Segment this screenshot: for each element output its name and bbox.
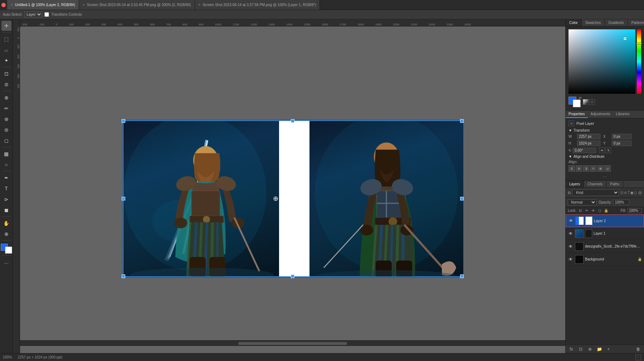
layer-visibility-background[interactable]: 👁 <box>568 257 574 262</box>
path-select-button[interactable]: ⊳ <box>1 194 11 204</box>
flip-horizontal-icon[interactable]: ⇆ <box>599 147 605 153</box>
layer-visibility-layer1[interactable]: 👁 <box>568 231 574 236</box>
handle-bottom-center[interactable] <box>291 274 294 278</box>
lasso-tool-button[interactable]: ⌓ <box>1 45 11 55</box>
layer-item-background[interactable]: 👁 Background 🔒 <box>566 253 644 266</box>
auto-select-dropdown[interactable]: Layer <box>24 11 42 18</box>
horizontal-scrollbar[interactable] <box>20 340 565 346</box>
color-spectrum[interactable] <box>569 29 635 94</box>
handle-middle-right[interactable] <box>460 197 464 200</box>
marquee-tool-button[interactable]: ⬚ <box>1 34 11 44</box>
gradient-button[interactable]: ▦ <box>1 149 11 159</box>
type-button[interactable]: T <box>1 184 11 194</box>
tab-swatches[interactable]: Swatches <box>582 19 605 26</box>
tab-libraries[interactable]: Libraries <box>613 111 633 118</box>
align-right-icon[interactable]: ⊐ <box>583 165 589 172</box>
tab-adjustments[interactable]: Adjustments <box>588 111 613 118</box>
fg-bg-swatches[interactable]: ⇄ <box>569 97 581 107</box>
layer-visibility-deez[interactable]: 👁 <box>568 244 574 249</box>
eraser-button[interactable]: ◻ <box>1 136 11 146</box>
tab-close-ss2[interactable]: × <box>199 3 201 7</box>
opacity-input[interactable] <box>613 200 629 205</box>
eyedropper-button[interactable]: ⊘ <box>1 79 11 89</box>
handle-top-center[interactable] <box>291 119 294 123</box>
crosshair-icon[interactable]: ⊕ <box>273 195 278 203</box>
y-input[interactable] <box>612 141 631 146</box>
brush-button[interactable]: ✏ <box>1 103 11 113</box>
align-bottom-icon[interactable]: ⊔ <box>604 165 611 172</box>
canvas-area[interactable]: -200 -100 0 100 200 300 400 500 600 700 … <box>13 19 565 353</box>
align-top-icon[interactable]: ⊓ <box>590 165 596 172</box>
lock-pixels-icon[interactable]: ✏ <box>584 208 589 213</box>
magic-wand-button[interactable]: ✦ <box>1 55 11 65</box>
tab-color[interactable]: Color <box>566 19 582 26</box>
layer-visibility-layer2[interactable]: 👁 <box>568 218 574 223</box>
handle-top-left[interactable] <box>122 119 125 123</box>
transform-controls-checkbox[interactable] <box>44 12 49 17</box>
tab-patterns[interactable]: Patterns <box>628 19 644 26</box>
filter-type-icon[interactable]: T <box>628 191 630 195</box>
pen-button[interactable]: ✒ <box>1 173 11 183</box>
swap-colors-icon[interactable]: ⇄ <box>579 96 581 100</box>
x-input[interactable] <box>612 134 631 139</box>
window-close[interactable] <box>1 3 6 7</box>
tab-channels[interactable]: Channels <box>584 181 606 187</box>
scrollbar-thumb[interactable] <box>238 342 347 345</box>
filter-shape-icon[interactable]: ◼ <box>630 191 633 195</box>
layer-item-layer2[interactable]: 👁 Layer 2 <box>566 214 644 227</box>
canvas-selection[interactable]: ⊕ <box>123 120 463 277</box>
dodge-button[interactable]: ○ <box>1 160 11 170</box>
filter-pixel-icon[interactable]: ⊡ <box>620 191 623 195</box>
extras-button[interactable]: … <box>1 257 11 267</box>
clone-button[interactable]: ⊛ <box>1 114 11 124</box>
lock-artboard-icon[interactable]: ◻ <box>597 208 602 213</box>
fill-input[interactable] <box>628 208 642 213</box>
tab-close-untitled[interactable]: × <box>11 3 13 7</box>
healing-button[interactable]: ⊕ <box>1 93 11 103</box>
tab-screenshot2[interactable]: × Screen Shot 2023-06-14 at 3.57.58 PM.p… <box>195 0 320 10</box>
align-center-v-icon[interactable]: ⊞ <box>597 165 604 172</box>
zoom-button[interactable]: ⊕ <box>1 229 11 239</box>
filter-adjust-icon[interactable]: ⊘ <box>624 191 627 195</box>
angle-input[interactable] <box>573 148 596 153</box>
height-input[interactable] <box>577 141 600 146</box>
fx-button[interactable]: fx <box>568 347 575 352</box>
create-group-button[interactable]: 📁 <box>596 347 603 352</box>
crop-tool-button[interactable]: ⊡ <box>1 69 11 79</box>
tab-gradients[interactable]: Gradients <box>605 19 628 26</box>
add-mask-button[interactable]: ⊡ <box>577 347 584 352</box>
align-left-icon[interactable]: ⊏ <box>569 165 575 172</box>
transform-section-header[interactable]: ▼ Transform <box>569 128 641 132</box>
align-center-h-icon[interactable]: ⊟ <box>576 165 582 172</box>
layer-item-deezgrafix[interactable]: 👁 deezgrafix_Scott...2fe-e7dc7f9fe017 <box>566 240 644 253</box>
color-mode-icon[interactable]: ⊡ <box>589 99 595 105</box>
add-adjustment-button[interactable]: ⊕ <box>586 347 594 352</box>
canvas-content[interactable]: ⊕ <box>20 26 565 346</box>
tab-layers[interactable]: Layers <box>566 181 584 187</box>
tab-screenshot1[interactable]: × Screen Shot 2023-06-14 at 3.53.45 PM.p… <box>79 0 195 10</box>
move-tool-button[interactable]: ✛ <box>1 21 11 31</box>
fg-bg-color-selector[interactable] <box>1 244 12 254</box>
navigator-button[interactable]: › <box>635 355 641 360</box>
layer-kind-filter[interactable]: Kind <box>572 189 619 196</box>
spectrum-cursor[interactable] <box>624 37 626 40</box>
hand-button[interactable]: ✋ <box>1 218 11 228</box>
tab-properties[interactable]: Properties <box>566 111 588 118</box>
grayscale-icon[interactable] <box>583 99 589 105</box>
handle-bottom-right[interactable] <box>460 274 464 278</box>
create-layer-button[interactable]: + <box>605 347 612 352</box>
filter-toggle[interactable] <box>638 191 642 195</box>
history-brush-button[interactable]: ⊜ <box>1 125 11 135</box>
lock-position-icon[interactable]: ✛ <box>591 208 596 213</box>
lock-transparent-icon[interactable]: ⊡ <box>578 208 583 213</box>
handle-top-right[interactable] <box>460 119 464 123</box>
layer-item-layer1[interactable]: 👁 Layer 1 <box>566 227 644 240</box>
tab-paths[interactable]: Paths <box>606 181 623 187</box>
bg-swatch[interactable] <box>573 99 581 107</box>
hue-slider[interactable] <box>637 29 641 94</box>
handle-bottom-left[interactable] <box>122 274 125 278</box>
filter-smartobj-icon[interactable]: ◻ <box>634 191 637 195</box>
tab-untitled[interactable]: × Untitled-1 @ 100% (Layer 2, RGB/8#) <box>7 0 79 10</box>
blend-mode-select[interactable]: Normal <box>568 199 596 205</box>
handle-middle-left[interactable] <box>122 197 125 200</box>
